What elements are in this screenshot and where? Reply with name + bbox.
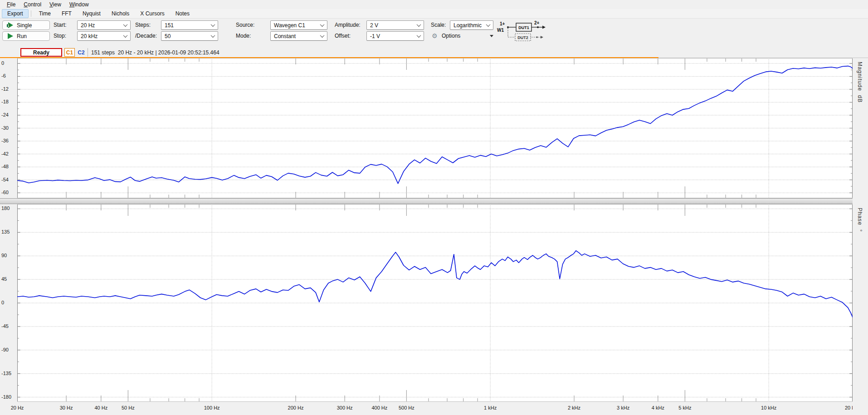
chevron-down-icon [123,33,128,38]
y-tick-label: 45 [1,276,7,283]
amplitude-select[interactable]: 2 V [366,20,424,30]
x-tick-label: 5 kHz [678,405,691,410]
stop-frequency-select[interactable]: 20 kHz [77,31,131,41]
y-tick-label: 0 [1,300,4,306]
start-frequency-select[interactable]: 20 Hz [77,20,131,30]
right-axis-margin: Magnitude dB Phase ° [853,58,868,415]
phase-axis-title: Phase ° [857,208,863,232]
tab-nyquist[interactable]: Nyquist [77,9,106,18]
wiring-out-plus-label: 2+ [534,20,540,25]
scale-label: Scale: [431,22,446,28]
x-tick-label: 4 kHz [652,405,664,410]
x-tick-label: 400 Hz [371,405,387,410]
tab-bar: ExportTimeFFTNyquistNicholsX CursorsNote… [0,9,868,19]
tab-x-cursors[interactable]: X Cursors [135,9,170,18]
x-tick-label: 1 kHz [484,405,497,410]
tab-nichols[interactable]: Nichols [106,9,135,18]
per-decade-value: 50 [165,33,171,39]
steps-select[interactable]: 151 [161,20,218,30]
tab-export[interactable]: Export [2,9,29,18]
options-dropdown-caret-icon[interactable] [490,35,493,37]
mode-value: Constant [274,33,296,39]
y-tick-label: -45 [1,323,9,330]
chevron-down-icon [417,33,421,38]
mode-select[interactable]: Constant [270,31,327,41]
single-button-label: Single [17,22,32,29]
frequency-axis-labels: 20 Hz30 Hz40 Hz50 Hz100 Hz200 Hz300 Hz40… [0,402,868,415]
wiring-arrow-icon [542,26,546,29]
sweep-info-text: 151 steps 20 Hz - 20 kHz | 2026-01-09 20… [91,49,219,56]
menu-view[interactable]: View [45,0,65,9]
x-tick-label: 500 Hz [399,405,414,410]
steps-value: 151 [165,22,174,29]
source-value: Wavegen C1 [274,22,305,29]
phase-chart[interactable] [17,204,853,402]
tab-divider [31,10,31,17]
magnitude-chart[interactable] [17,58,853,198]
source-label: Source: [236,22,254,28]
x-tick-label: 50 Hz [122,405,135,410]
play-single-icon: 1 [7,22,14,28]
y-tick-label: -90 [1,347,9,353]
chevron-down-icon [320,22,325,27]
tab-time[interactable]: Time [34,9,56,18]
single-button[interactable]: 1 Single [2,20,50,30]
start-frequency-value: 20 Hz [81,22,95,29]
phase-y-axis-labels: 18013590450-45-90-135-180 [0,204,17,402]
y-tick-label: -12 [1,86,9,93]
status-divider [88,48,88,57]
tab-fft[interactable]: FFT [56,9,77,18]
wiring-node [537,26,539,28]
y-tick-label: -48 [1,164,9,170]
y-tick-label: -18 [1,99,9,105]
x-tick-label: 200 Hz [288,405,304,410]
y-tick-label: -42 [1,151,9,157]
options-gear-icon: ⚙ [432,32,438,39]
scale-value: Logarithmic [454,22,482,29]
y-tick-label: -60 [1,190,9,196]
y-tick-label: 180 [1,205,10,212]
y-tick-label: 0 [1,60,4,67]
y-tick-label: -24 [1,112,9,118]
chevron-down-icon [123,22,128,27]
chart-area: 0-6-12-18-24-30-36-42-48-54-60 180135904… [0,58,868,415]
stop-frequency-value: 20 kHz [81,33,98,39]
chart-splitter[interactable] [0,198,868,204]
x-tick-label: 40 Hz [94,405,107,410]
options-label[interactable]: Options [442,33,460,39]
mode-label: Mode: [236,33,251,39]
y-tick-label: -6 [1,73,6,79]
steps-label: Steps: [135,22,151,28]
y-tick-label: 90 [1,253,7,259]
x-tick-label: 10 kHz [761,405,776,410]
channel-2-badge[interactable]: C2 [76,48,86,57]
status-ready-text: Ready [33,49,49,56]
amplitude-value: 2 V [370,22,378,29]
source-select[interactable]: Wavegen C1 [270,20,327,30]
menu-window[interactable]: Window [65,0,93,9]
wiring-w1-label: W1 [497,28,504,33]
x-tick-label: 300 Hz [337,405,353,410]
magnitude-y-axis-labels: 0-6-12-18-24-30-36-42-48-54-60 [0,58,17,198]
offset-label: Offset: [335,33,351,39]
wavegen-dut-wiring-diagram: 1+ W1 DUT1 2+ DUT2 [495,20,549,42]
tab-notes[interactable]: Notes [170,9,195,18]
run-button[interactable]: Run [2,31,50,41]
offset-value: -1 V [370,33,380,39]
y-tick-label: -36 [1,138,9,144]
menu-control[interactable]: Control [20,0,45,9]
y-tick-label: 135 [1,229,10,235]
svg-text:1: 1 [8,24,10,27]
chevron-down-icon [417,22,421,27]
y-tick-label: -54 [1,177,9,183]
scale-select[interactable]: Logarithmic [450,20,493,30]
stop-label: Stop: [54,33,66,39]
play-run-icon [7,33,14,39]
menu-file[interactable]: File [3,0,20,9]
per-decade-select[interactable]: 50 [161,31,218,41]
amplitude-label: Amplitude: [335,22,361,28]
offset-select[interactable]: -1 V [366,31,424,41]
channel-1-badge[interactable]: C1 [64,48,75,57]
magnitude-axis-title: Magnitude dB [857,62,863,103]
toolbar: 1 Single Start: 20 Hz Steps: 151 Source:… [0,19,868,42]
